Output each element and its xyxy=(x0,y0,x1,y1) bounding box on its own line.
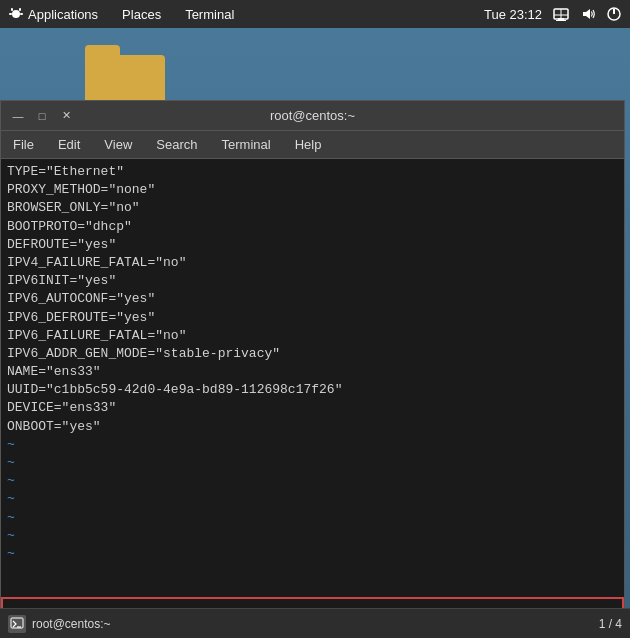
terminal-content[interactable]: TYPE="Ethernet"PROXY_METHOD="none"BROWSE… xyxy=(1,159,624,629)
svg-rect-2 xyxy=(19,8,21,11)
maximize-button[interactable]: □ xyxy=(33,107,51,125)
svg-rect-4 xyxy=(20,13,23,15)
terminal-menu[interactable]: Terminal xyxy=(181,5,238,24)
menu-help[interactable]: Help xyxy=(283,133,334,156)
terminal-line: IPV6_DEFROUTE="yes" xyxy=(7,309,618,327)
svg-rect-6 xyxy=(558,18,564,20)
terminal-line: IPV4_FAILURE_FATAL="no" xyxy=(7,254,618,272)
terminal-line: ~ xyxy=(7,472,618,490)
task-label: root@centos:~ xyxy=(32,617,111,631)
window-titlebar: — □ ✕ root@centos:~ xyxy=(1,101,624,131)
desktop: Applications Places Terminal Tue 23:12 xyxy=(0,0,630,638)
menu-edit[interactable]: Edit xyxy=(46,133,92,156)
svg-marker-10 xyxy=(583,9,590,19)
menu-view[interactable]: View xyxy=(92,133,144,156)
taskbar-top-left: Applications Places Terminal xyxy=(0,4,484,24)
terminal-line: UUID="c1bb5c59-42d0-4e9a-bd89-112698c17f… xyxy=(7,381,618,399)
clock: Tue 23:12 xyxy=(484,7,542,22)
terminal-line: ~ xyxy=(7,545,618,563)
menu-search[interactable]: Search xyxy=(144,133,209,156)
terminal-task-icon xyxy=(8,615,26,633)
terminal-line: DEVICE="ens33" xyxy=(7,399,618,417)
window-title: root@centos:~ xyxy=(75,108,550,123)
terminal-line: IPV6_AUTOCONF="yes" xyxy=(7,290,618,308)
applications-label: Applications xyxy=(28,7,98,22)
content-area: TYPE="Ethernet"PROXY_METHOD="none"BROWSE… xyxy=(7,163,618,563)
terminal-window: — □ ✕ root@centos:~ File Edit View Searc… xyxy=(0,100,625,630)
terminal-line: IPV6INIT="yes" xyxy=(7,272,618,290)
terminal-line: IPV6_FAILURE_FATAL="no" xyxy=(7,327,618,345)
task-item-terminal[interactable]: root@centos:~ xyxy=(8,615,111,633)
terminal-line: ~ xyxy=(7,454,618,472)
svg-rect-7 xyxy=(556,20,566,21)
terminal-line: ~ xyxy=(7,490,618,508)
window-controls: — □ ✕ xyxy=(9,107,75,125)
terminal-line: ~ xyxy=(7,436,618,454)
svg-rect-1 xyxy=(11,8,13,11)
places-label: Places xyxy=(122,7,161,22)
window-menubar: File Edit View Search Terminal Help xyxy=(1,131,624,159)
applications-icon xyxy=(8,6,24,22)
terminal-line: TYPE="Ethernet" xyxy=(7,163,618,181)
svg-rect-3 xyxy=(9,13,12,15)
close-button[interactable]: ✕ xyxy=(57,107,75,125)
network-icon xyxy=(552,5,570,23)
terminal-line: IPV6_ADDR_GEN_MODE="stable-privacy" xyxy=(7,345,618,363)
menu-file[interactable]: File xyxy=(1,133,46,156)
menu-terminal[interactable]: Terminal xyxy=(210,133,283,156)
page-indicator: 1 / 4 xyxy=(599,617,622,631)
terminal-line: PROXY_METHOD="none" xyxy=(7,181,618,199)
terminal-line: ~ xyxy=(7,509,618,527)
terminal-line: ~ xyxy=(7,527,618,545)
terminal-line: DEFROUTE="yes" xyxy=(7,236,618,254)
terminal-line: BOOTPROTO="dhcp" xyxy=(7,218,618,236)
power-icon[interactable] xyxy=(606,6,622,22)
applications-menu[interactable]: Applications xyxy=(4,4,102,24)
volume-icon xyxy=(580,6,596,22)
taskbar-bottom: root@centos:~ 1 / 4 xyxy=(0,608,630,638)
minimize-button[interactable]: — xyxy=(9,107,27,125)
terminal-label: Terminal xyxy=(185,7,234,22)
terminal-line: ONBOOT="yes" xyxy=(7,418,618,436)
places-menu[interactable]: Places xyxy=(118,5,165,24)
taskbar-top: Applications Places Terminal Tue 23:12 xyxy=(0,0,630,28)
terminal-line: NAME="ens33" xyxy=(7,363,618,381)
svg-point-0 xyxy=(12,10,20,18)
taskbar-top-right: Tue 23:12 xyxy=(484,5,630,23)
terminal-line: BROWSER_ONLY="no" xyxy=(7,199,618,217)
